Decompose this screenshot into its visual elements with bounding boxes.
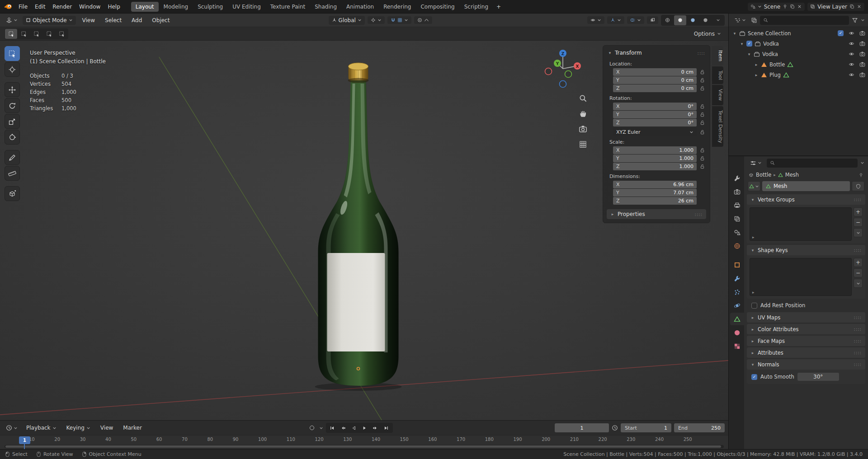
disclosure-icon[interactable]: ▾ xyxy=(740,42,744,46)
outliner-row-bottle[interactable]: ▸ Bottle xyxy=(729,59,868,70)
scale-z-field[interactable]: Z1.000 xyxy=(613,163,697,170)
render-visibility-icon[interactable] xyxy=(859,72,865,78)
auto-smooth-checkbox[interactable]: ✓ xyxy=(751,374,757,380)
playhead[interactable]: 1 xyxy=(19,436,30,444)
hide-eye-icon[interactable] xyxy=(849,41,854,47)
properties-panel-header[interactable]: ▸ Properties :::: xyxy=(607,209,706,219)
lock-icon[interactable] xyxy=(699,103,705,109)
chevron-down-icon[interactable] xyxy=(861,18,865,22)
orthographic-grid-icon[interactable] xyxy=(579,140,587,149)
transform-pivot-dropdown[interactable] xyxy=(368,16,385,24)
attributes-panel-header[interactable]: ▸Attributes:::: xyxy=(747,347,865,358)
dimensions-x-field[interactable]: X6.96 cm xyxy=(613,181,697,188)
grip-icon[interactable]: :::: xyxy=(854,362,862,367)
timeline-scrollbar[interactable] xyxy=(5,445,724,448)
show-object-types-dropdown[interactable] xyxy=(587,16,604,24)
menu-view[interactable]: View xyxy=(97,423,117,432)
properties-search-input[interactable] xyxy=(767,159,858,168)
select-mode-invert-button[interactable] xyxy=(43,29,55,39)
filter-toggle-icon[interactable]: ▸ xyxy=(752,235,755,239)
play-reverse-button[interactable] xyxy=(349,423,359,432)
tab-particle-properties[interactable] xyxy=(730,286,744,298)
lock-icon[interactable] xyxy=(699,164,705,169)
select-mode-extend-button[interactable] xyxy=(18,29,30,39)
tab-render-properties[interactable] xyxy=(730,185,744,198)
preview-range-clock-icon[interactable] xyxy=(612,425,618,431)
navigation-gizmo[interactable]: Z Y X xyxy=(541,46,585,89)
lock-icon[interactable] xyxy=(699,120,705,126)
pan-hand-icon[interactable] xyxy=(579,109,587,118)
camera-view-icon[interactable] xyxy=(579,125,587,133)
editor-type-button[interactable] xyxy=(748,159,764,168)
outliner-row-vodka[interactable]: ▾ Vodka xyxy=(729,49,868,59)
location-y-field[interactable]: Y0 cm xyxy=(613,76,697,84)
lock-icon[interactable] xyxy=(699,147,705,153)
tool-cursor[interactable] xyxy=(5,62,20,77)
lock-icon[interactable] xyxy=(699,77,705,83)
rotation-mode-dropdown[interactable]: XYZ Euler xyxy=(613,128,697,136)
workspace-tab-texture-paint[interactable]: Texture Paint xyxy=(266,2,310,12)
disclosure-icon[interactable]: ▸ xyxy=(754,73,759,77)
render-visibility-icon[interactable] xyxy=(859,41,865,47)
shape-keys-list[interactable]: ▸ xyxy=(750,258,852,296)
end-frame-field[interactable]: End250 xyxy=(674,423,725,432)
workspace-tab-rendering[interactable]: Rendering xyxy=(379,2,415,12)
grip-icon[interactable]: :::: xyxy=(698,51,705,56)
tab-output-properties[interactable] xyxy=(730,199,744,211)
vertex-groups-list[interactable]: ▸ xyxy=(750,207,852,241)
options-dropdown[interactable]: Options xyxy=(691,29,724,38)
tab-world-properties[interactable] xyxy=(730,239,744,252)
grip-icon[interactable]: :::: xyxy=(854,327,862,332)
tab-view[interactable]: View xyxy=(712,85,723,105)
hide-eye-icon[interactable] xyxy=(849,51,854,57)
render-visibility-icon[interactable] xyxy=(859,30,865,36)
fake-user-button[interactable] xyxy=(852,181,864,191)
scene-selector[interactable]: Scene xyxy=(748,3,805,11)
render-visibility-icon[interactable] xyxy=(859,61,865,67)
tab-tool-properties[interactable] xyxy=(730,172,744,184)
outliner-search-input[interactable] xyxy=(760,16,849,25)
play-button[interactable] xyxy=(360,423,370,432)
tool-scale[interactable] xyxy=(5,114,20,129)
workspace-tab-uv-editing[interactable]: UV Editing xyxy=(228,2,265,12)
transform-orientation-dropdown[interactable]: Global xyxy=(329,16,365,25)
blender-logo-icon[interactable] xyxy=(4,3,12,10)
dimensions-y-field[interactable]: Y7.07 cm xyxy=(613,189,697,197)
select-mode-subtract-button[interactable] xyxy=(30,29,42,39)
shading-dropdown[interactable] xyxy=(712,15,724,25)
grip-icon[interactable]: :::: xyxy=(854,338,862,343)
scrollbar-thumb[interactable] xyxy=(5,445,721,448)
hide-eye-icon[interactable] xyxy=(849,61,854,67)
next-keyframe-button[interactable] xyxy=(371,423,381,432)
pin-icon[interactable] xyxy=(783,4,788,9)
menu-add[interactable]: Add xyxy=(128,16,146,25)
tab-texture-properties[interactable] xyxy=(730,340,744,352)
snap-toggle[interactable] xyxy=(387,16,411,24)
workspace-tab-scripting[interactable]: Scripting xyxy=(460,2,493,12)
menu-select[interactable]: Select xyxy=(101,16,125,25)
lock-icon[interactable] xyxy=(699,129,705,135)
shading-rendered-button[interactable] xyxy=(699,15,712,25)
menu-render[interactable]: Render xyxy=(49,2,75,11)
workspace-tab-layout[interactable]: Layout xyxy=(131,2,159,12)
grip-icon[interactable]: :::: xyxy=(854,197,862,202)
tab-material-properties[interactable] xyxy=(730,326,744,339)
tool-select-box[interactable] xyxy=(5,46,20,61)
menu-file[interactable]: File xyxy=(15,2,31,11)
render-visibility-icon[interactable] xyxy=(859,51,865,57)
auto-keyframe-button[interactable] xyxy=(307,423,316,432)
workspace-tab-animation[interactable]: Animation xyxy=(342,2,378,12)
lock-icon[interactable] xyxy=(699,85,705,91)
scale-y-field[interactable]: Y1.000 xyxy=(613,155,697,162)
menu-help[interactable]: Help xyxy=(104,2,123,11)
tab-texel-density[interactable]: Texel Density xyxy=(712,106,723,147)
pin-icon[interactable] xyxy=(859,173,863,178)
new-view-layer-icon[interactable] xyxy=(849,4,854,9)
browse-mesh-button[interactable] xyxy=(748,181,760,191)
tool-rotate[interactable] xyxy=(5,98,20,113)
lock-icon[interactable] xyxy=(699,112,705,117)
menu-object[interactable]: Object xyxy=(148,16,173,25)
close-icon[interactable] xyxy=(797,4,802,9)
tool-move[interactable] xyxy=(5,82,20,97)
jump-to-end-button[interactable] xyxy=(382,423,392,432)
